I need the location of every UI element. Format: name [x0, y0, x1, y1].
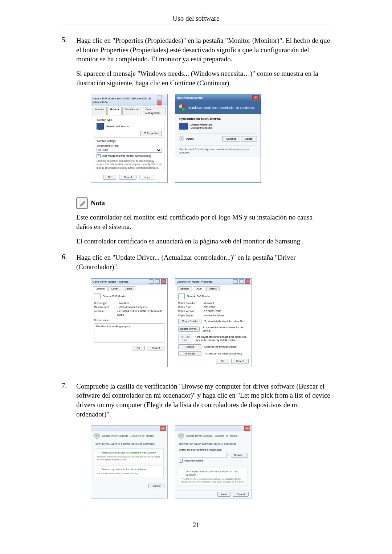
window-buttons [148, 279, 166, 284]
browse-button[interactable]: Browse... [231, 453, 248, 457]
tab-adapter[interactable]: Adapter [93, 107, 107, 115]
close-button[interactable]: ✕ [244, 426, 250, 431]
include-subfolders-checkbox[interactable]: ✓ [179, 459, 183, 463]
app-name: Device Properties [191, 123, 212, 126]
tab-monitor[interactable]: Monitor [107, 107, 122, 115]
value: Microsoft [204, 301, 214, 305]
titlebar: User Account Control ✕ [175, 94, 261, 101]
monitor-icon [94, 294, 101, 299]
disable-button[interactable]: Disable [178, 344, 201, 349]
step-body: Compruebe la casilla de verificación "Br… [76, 382, 330, 508]
dialog-buttons: OK Cancel Apply [94, 175, 164, 180]
continue-button[interactable]: Continue [222, 136, 240, 141]
uninstall-button[interactable]: Uninstall [178, 351, 201, 356]
tab-general[interactable]: General [93, 286, 108, 291]
close-button[interactable] [245, 279, 250, 284]
page-header: Uso del software [62, 15, 330, 22]
note-heading: Nota [76, 197, 330, 209]
cancel-button[interactable]: Cancel [241, 136, 257, 141]
ok-button[interactable]: OK [132, 346, 145, 350]
uac-started-text: If you started this action, continue. [179, 117, 257, 120]
update-driver-button[interactable]: Update Driver... [178, 327, 200, 331]
help-button[interactable] [157, 95, 162, 99]
value: Monitors [119, 301, 129, 305]
close-button[interactable] [161, 279, 166, 284]
option-title: Search automatically for updated driver … [97, 451, 161, 455]
option-desc: This list will show installed driver sof… [181, 477, 245, 483]
breadcrumb-text: Update Driver Software - Generic PnP Mon… [186, 434, 238, 438]
desc: To uninstall the driver (Advanced). [204, 352, 243, 355]
search-label: Search for driver software in this locat… [179, 448, 248, 452]
tab-strip: General Driver Details [91, 285, 167, 291]
ok-button[interactable]: OK [216, 359, 229, 364]
desc: If the device fails after updating the d… [195, 335, 249, 342]
option-search-auto[interactable]: Search automatically for updated driver … [95, 448, 164, 463]
properties-button[interactable]: 🛡 Properties [140, 131, 162, 136]
ok-button[interactable]: OK [103, 175, 116, 180]
note-text: Este controlador del monitor está certif… [76, 213, 330, 231]
hide-modes-checkbox[interactable]: ✓ [97, 154, 101, 158]
option-browse[interactable]: Browse my computer for driver software L… [95, 465, 164, 477]
tab-details[interactable]: Details [122, 286, 135, 291]
app-icon [179, 123, 188, 130]
titlebar: Generic PnP Monitor Properties [175, 279, 252, 285]
refresh-rate-select[interactable]: 60 Hertz [97, 148, 162, 153]
option-desc: Locate and install driver software manua… [97, 472, 161, 475]
cancel-button[interactable]: Cancel [119, 175, 136, 180]
dropdown-icon[interactable]: ▾ [228, 454, 229, 457]
cancel-button[interactable]: Cancel [233, 492, 249, 497]
close-button[interactable]: ✕ [160, 426, 166, 431]
tab-driver[interactable]: Driver [109, 286, 121, 291]
dialog-body: Generic PnP Monitor Driver Provider:Micr… [175, 291, 252, 367]
device-properties-general: Generic PnP Monitor Properties General D… [91, 278, 168, 367]
value: (Standard monitor types) [119, 305, 147, 309]
min-button[interactable] [149, 279, 154, 284]
tab-color-management[interactable]: Color Management [143, 107, 166, 115]
tab-strip: Adapter Monitor Troubleshoot Color Manag… [91, 106, 167, 115]
max-button[interactable] [155, 279, 160, 284]
cancel-button[interactable]: Cancel [147, 346, 164, 350]
tab-general[interactable]: General [177, 286, 192, 291]
tab-driver[interactable]: Driver [193, 286, 205, 291]
close-button[interactable]: ✕ [252, 95, 259, 100]
update-driver-wizard-search: ✕ ← Update Driver Software - Generic PnP… [91, 425, 168, 498]
breadcrumb-text: Update Driver Software - Generic PnP Mon… [102, 434, 154, 438]
option-title: Browse my computer for driver software [97, 467, 161, 471]
dialog-buttons: Next Cancel [175, 490, 252, 498]
details-label: Details [186, 137, 193, 140]
max-button[interactable] [239, 279, 244, 284]
refresh-rate-label: Screen refresh rate: [97, 144, 162, 147]
rollback-driver-button: Roll Back Driver [178, 335, 192, 343]
step-number: 6. [62, 253, 76, 376]
details-toggle[interactable]: ▾ Details [179, 136, 193, 141]
desc: To view details about the driver files. [204, 320, 245, 323]
driver-details-button[interactable]: Driver Details [178, 319, 201, 324]
window-title: Generic PnP Monitor Properties [93, 280, 128, 283]
desc: To update the driver software for this d… [203, 326, 249, 333]
option-pick-from-list[interactable]: Let me pick from a list of device driver… [179, 468, 248, 485]
cancel-button[interactable]: Cancel [231, 359, 249, 364]
close-button[interactable] [157, 100, 162, 105]
next-button[interactable]: Next [217, 492, 230, 497]
back-button[interactable]: ← [94, 433, 100, 439]
device-name: Generic PnP Monitor [103, 295, 126, 298]
note-block: Nota Este controlador del monitor está c… [76, 197, 330, 246]
titlebar: Generic PnP Monitor Properties [91, 279, 167, 285]
titlebar: ✕ [91, 426, 167, 431]
min-button[interactable] [233, 279, 238, 284]
back-button[interactable]: ← [178, 433, 184, 439]
step-number: 5. [62, 36, 76, 192]
tab-details[interactable]: Details [206, 286, 220, 291]
dialog-body: Generic PnP Monitor Device type:Monitors… [91, 291, 167, 354]
label: Driver Provider: [178, 301, 204, 305]
desc: Disables the selected device. [204, 345, 237, 348]
step-text: Haga clic en "Properties (Propiedades)" … [76, 36, 330, 64]
cancel-button[interactable]: Cancel [148, 484, 164, 488]
monitor-icon [97, 123, 104, 130]
path-input[interactable] [179, 453, 227, 458]
monitor-properties-dialog: Generic PnP Monitor and NVIDIA GeForce 6… [91, 94, 168, 183]
update-driver-wizard-browse: ✕ ← Update Driver Software - Generic PnP… [175, 425, 252, 498]
option-desc: Windows will search your computer and th… [97, 455, 161, 461]
breadcrumb: ← Update Driver Software - Generic PnP M… [175, 431, 252, 440]
tab-troubleshoot[interactable]: Troubleshoot [122, 107, 142, 115]
